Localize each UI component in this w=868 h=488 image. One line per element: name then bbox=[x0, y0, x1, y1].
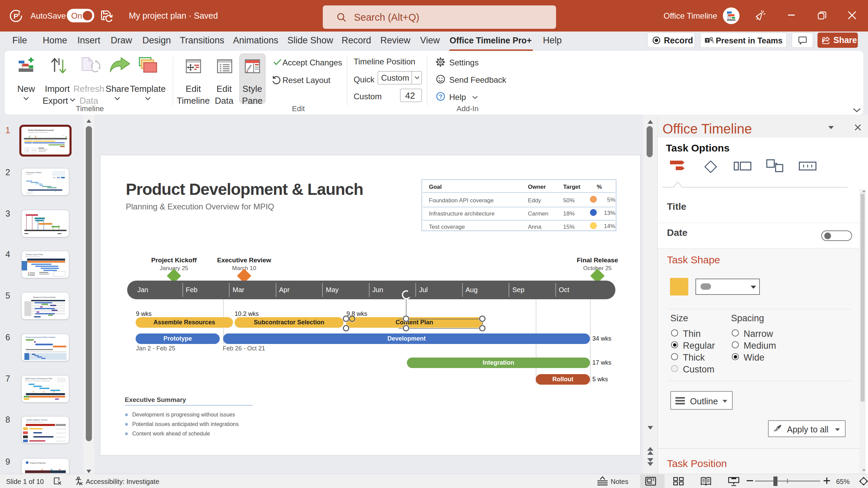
svg-text:T: T bbox=[706, 39, 709, 43]
svg-text:Process Improvement Project sc: Process Improvement Project schedule bbox=[26, 336, 55, 338]
svg-text:Updated chart: Updated chart bbox=[26, 174, 33, 175]
svg-text:?: ? bbox=[439, 94, 442, 100]
svg-text:Production in Motion: Production in Motion bbox=[26, 171, 42, 174]
svg-text:P: P bbox=[14, 12, 18, 20]
svg-text:Roadmap with key Milestones an: Roadmap with key Milestones and Delivera… bbox=[25, 380, 50, 382]
svg-text:Marketing and Development: Marketing and Development bbox=[26, 256, 41, 258]
svg-text:SaaS Product Development Plan: SaaS Product Development Plan bbox=[25, 378, 52, 380]
svg-text:Planning & Execution Overview: Planning & Execution Overview for MPIQ bbox=[28, 132, 48, 133]
svg-text:Program Roadmap: Program Roadmap bbox=[30, 462, 45, 464]
svg-text:Global Initiatives Timeline: Global Initiatives Timeline bbox=[26, 419, 47, 421]
svg-text:Product Launch Plan: Product Launch Plan bbox=[26, 253, 43, 256]
svg-text:Product Development & Launch: Product Development & Launch bbox=[28, 129, 54, 131]
svg-text:Equipment hourly schedule: Equipment hourly schedule bbox=[33, 296, 56, 298]
svg-text:Mid-Year Programs & Execution: Mid-Year Programs & Execution bbox=[26, 422, 43, 423]
